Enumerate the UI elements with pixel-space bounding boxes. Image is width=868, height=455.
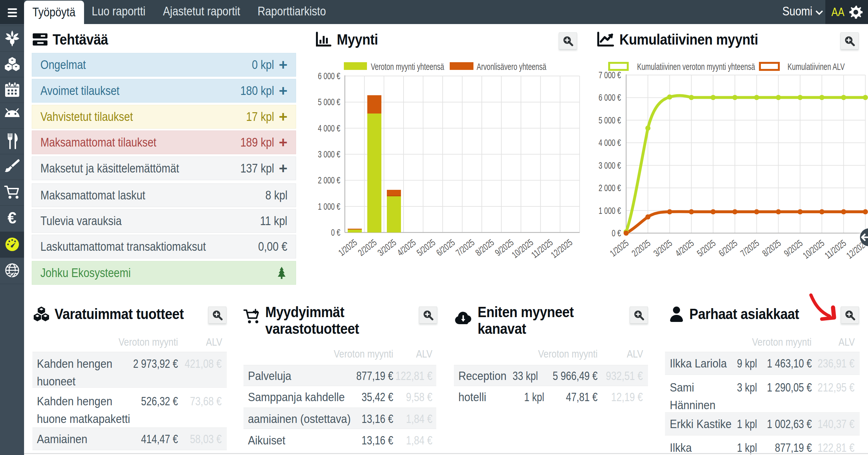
- svg-text:2 000 €: 2 000 €: [318, 175, 340, 185]
- svg-text:5/2025: 5/2025: [695, 238, 718, 259]
- svg-text:2/2025: 2/2025: [356, 237, 378, 258]
- svg-text:7 000 €: 7 000 €: [598, 70, 621, 80]
- svg-text:8/2025: 8/2025: [473, 237, 496, 258]
- svg-text:8/2025: 8/2025: [760, 238, 783, 259]
- svg-text:4/2025: 4/2025: [395, 237, 417, 258]
- svg-text:4 000 €: 4 000 €: [598, 137, 621, 148]
- svg-text:1 000 €: 1 000 €: [318, 201, 340, 212]
- svg-text:2/2025: 2/2025: [630, 238, 652, 259]
- svg-text:10/2025: 10/2025: [510, 237, 535, 260]
- svg-text:3 000 €: 3 000 €: [318, 149, 340, 159]
- svg-text:4 000 €: 4 000 €: [318, 123, 340, 133]
- svg-text:2 000 €: 2 000 €: [598, 183, 621, 193]
- svg-text:10/2025: 10/2025: [801, 238, 826, 260]
- svg-text:7/2025: 7/2025: [454, 237, 476, 258]
- svg-text:1/2025: 1/2025: [337, 237, 359, 258]
- svg-text:3 000 €: 3 000 €: [598, 160, 621, 171]
- svg-text:1/2025: 1/2025: [608, 238, 631, 259]
- svg-text:5/2025: 5/2025: [415, 237, 437, 258]
- svg-text:6/2025: 6/2025: [717, 238, 739, 259]
- svg-text:11/2025: 11/2025: [529, 237, 555, 260]
- svg-text:0 €: 0 €: [331, 227, 340, 237]
- svg-text:4/2025: 4/2025: [673, 238, 696, 259]
- svg-text:3/2025: 3/2025: [651, 238, 674, 259]
- svg-text:3/2025: 3/2025: [376, 237, 398, 258]
- svg-text:5 000 €: 5 000 €: [318, 97, 340, 107]
- svg-text:6 000 €: 6 000 €: [318, 71, 340, 81]
- svg-text:9/2025: 9/2025: [782, 238, 805, 259]
- svg-text:1 000 €: 1 000 €: [598, 205, 621, 216]
- svg-text:7/2025: 7/2025: [738, 238, 761, 259]
- svg-text:6 000 €: 6 000 €: [598, 92, 621, 103]
- svg-text:5 000 €: 5 000 €: [598, 115, 621, 125]
- svg-text:12/2025: 12/2025: [549, 237, 574, 260]
- svg-text:6/2025: 6/2025: [434, 237, 457, 258]
- svg-text:11/2025: 11/2025: [823, 238, 848, 260]
- svg-text:0 €: 0 €: [612, 228, 621, 238]
